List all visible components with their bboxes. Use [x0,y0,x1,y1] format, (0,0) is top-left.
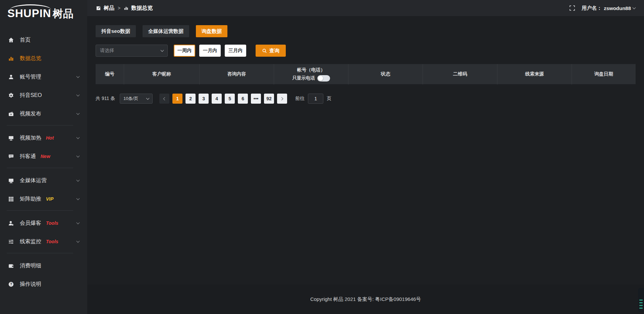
breadcrumb-root[interactable]: 树品 [104,5,114,12]
col-header-status: 状态 [348,64,423,85]
logo-arc-decoration [10,4,51,10]
sidebar-item-home[interactable]: 首页 [0,33,87,47]
chevron-down-icon [76,112,80,115]
tv-icon [8,135,15,141]
sidebar-item-label: 账号管理 [20,73,41,81]
app-root: SHUPIN树品 首页数据总览账号管理抖音SEO视频发布视频加热Hot抖客通Ne… [0,0,644,314]
data-tabs: 抖音seo数据全媒体运营数据询盘数据 [96,25,636,37]
sidebar-item-label: 矩阵助推 [20,196,41,203]
sliders-icon [8,239,15,245]
sidebar-divider [7,253,73,253]
sidebar-item-label: 数据总览 [20,55,41,62]
topbar-right: 用户名：zswodun88 [570,5,635,11]
widget-bar-decoration [639,300,643,301]
breadcrumb: 树品 > 数据总览 [96,5,153,12]
page-buttons: 123456•••92 [172,94,274,104]
col-header-date: 询盘日期 [572,64,636,85]
sidebar-item-data-overview[interactable]: 数据总览 [0,51,87,65]
tab-inquiry-data[interactable]: 询盘数据 [196,25,227,37]
sidebar-badge-new: New [41,154,50,159]
pagination: 共 911 条 10条/页 123456•••92 前往 1 页 [96,94,636,104]
sidebar-divider [7,125,73,125]
tab-omni-media-data[interactable]: 全媒体运营数据 [143,25,189,37]
breadcrumb-separator: > [118,5,120,11]
query-button[interactable]: 查询 [256,45,286,57]
tab-douyin-seo-data[interactable]: 抖音seo数据 [96,25,136,37]
toggle-knob [318,76,323,81]
range-button-0[interactable]: 一周内 [174,45,195,57]
chat-icon [8,153,15,159]
chart-icon [124,6,128,10]
chevron-down-icon [76,178,80,182]
sidebar-item-clue-monitor[interactable]: 线索监控Tools [0,234,87,249]
chevron-down-icon [146,96,150,100]
page-button-4[interactable]: 4 [212,94,222,104]
select-placeholder: 请选择 [100,48,114,54]
topbar: 树品 > 数据总览 用户名：zswodun88 [87,0,644,16]
filter-row: 请选择 一周内一月内三月内 查询 [96,45,636,57]
phone-only-toggle[interactable] [317,75,330,82]
user-menu[interactable]: 用户名：zswodun88 [582,5,635,11]
fullscreen-icon[interactable] [570,5,575,11]
page-size-value: 10条/页 [123,96,138,102]
grid-icon [8,196,15,202]
page-button-2[interactable]: 2 [185,94,196,104]
page-button-5[interactable]: 5 [225,94,235,104]
sidebar-item-member-baoke[interactable]: 会员爆客Tools [0,216,87,230]
sidebar-divider [7,210,73,211]
phone-toggle-label: 只显示电话 [292,75,315,81]
chevron-down-icon [76,197,80,200]
svg-text:?: ? [10,282,12,286]
sidebar-item-video-publish[interactable]: 视频发布 [0,107,87,121]
range-button-1[interactable]: 一月内 [199,45,221,57]
video-icon [8,111,15,117]
next-page-button[interactable] [277,94,287,104]
sidebar-item-consumption-detail[interactable]: 消费明细 [0,259,87,273]
sidebar-item-douyin-seo[interactable]: 抖音SEO [0,88,87,102]
chevron-down-icon [76,240,80,243]
copyright-text: Copyright 树品 2021 备案号: 粤ICP备09019646号 [310,296,421,303]
sidebar-item-label: 全媒体运营 [20,177,47,184]
sidebar-item-video-heating[interactable]: 视频加热Hot [0,131,87,145]
page-size-select[interactable]: 10条/页 [120,94,153,104]
app-square-icon [96,6,101,11]
sidebar-item-omni-media[interactable]: 全媒体运营 [0,173,87,188]
sidebar-badge-hot: Hot [46,135,54,141]
chevron-down-icon [76,75,80,78]
more-pages-button[interactable]: ••• [251,94,261,104]
member-icon [8,220,15,226]
prev-page-button[interactable] [159,94,169,104]
col-header-nickname: 客户昵称 [124,64,200,85]
filter-select[interactable]: 请选择 [96,45,168,57]
chevron-down-icon [76,136,80,139]
page-button-1[interactable]: 1 [172,94,182,104]
sidebar-item-label: 操作说明 [20,281,41,288]
main-area: 树品 > 数据总览 用户名：zswodun88 抖音seo数据全媒体运营数据询盘… [87,0,644,314]
footer: Copyright 树品 2021 备案号: 粤ICP备09019646号 [87,284,644,314]
chevron-down-icon [76,154,80,158]
chevron-down-icon [633,6,636,9]
chevron-down-icon [161,48,164,52]
sidebar-badge-tools: Tools [46,239,58,244]
account-header-label: 帐号（电话） [274,67,348,73]
sidebar-badge-vip: VIP [46,196,54,202]
sidebar-item-label: 会员爆客 [20,220,41,227]
sidebar-item-matrix-boost[interactable]: 矩阵助推VIP [0,192,87,206]
chevron-down-icon [76,221,80,224]
page-button-3[interactable]: 3 [199,94,209,104]
floating-chat-widget[interactable] [638,288,644,312]
gear-icon [8,92,15,98]
page-button-92[interactable]: 92 [264,94,274,104]
goto-page-input[interactable]: 1 [308,94,323,104]
widget-bar-decoration [639,302,643,303]
range-button-2[interactable]: 三月内 [225,45,246,57]
widget-bar-decoration [639,308,643,309]
sidebar-item-account-management[interactable]: 账号管理 [0,70,87,84]
col-header-no: 编号 [96,64,124,85]
col-header-qrcode: 二维码 [423,64,497,85]
sidebar-item-douketong[interactable]: 抖客通New [0,149,87,163]
sidebar-item-operation-guide[interactable]: ?操作说明 [0,277,87,291]
logo: SHUPIN树品 [0,2,87,28]
chevron-right-icon [280,97,283,100]
page-button-6[interactable]: 6 [238,94,248,104]
